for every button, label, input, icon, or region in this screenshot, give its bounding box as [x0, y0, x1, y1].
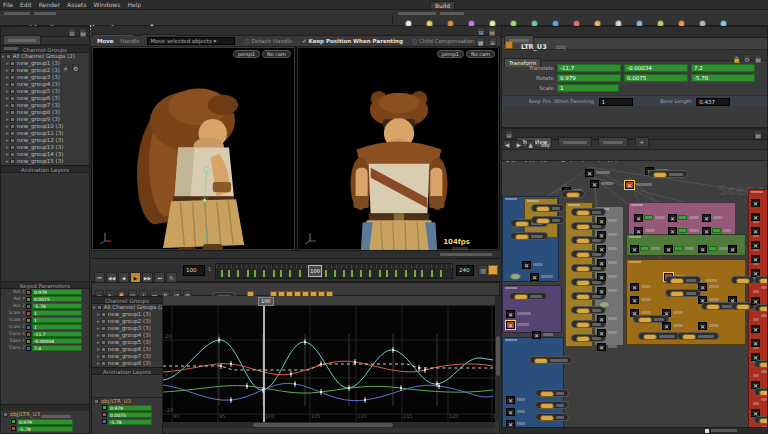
channel-row[interactable]: 0.0075: [92, 411, 162, 418]
keyframe-tick[interactable]: [237, 270, 239, 277]
network-node[interactable]: [531, 216, 565, 224]
tree-item[interactable]: ▸new_group7 (3): [92, 353, 162, 360]
param-field[interactable]: -5.78: [691, 74, 755, 82]
channel-row[interactable]: Scale Y1: [1, 317, 89, 324]
param-field[interactable]: 0.0075: [624, 74, 688, 82]
channel-row[interactable]: Rot X0.979: [1, 289, 89, 296]
tree-item[interactable]: ▸new_group3 (3): [92, 325, 162, 332]
param-field[interactable]: 7.2: [691, 64, 755, 72]
keyframe-tick[interactable]: [440, 270, 442, 277]
up-icon[interactable]: ▲: [527, 140, 535, 147]
keyframe-tick[interactable]: [379, 270, 381, 277]
tree-item[interactable]: ▸new_group15 (3): [1, 158, 89, 165]
toolbar-more-icon[interactable]: ≡: [488, 37, 497, 46]
tree-item[interactable]: ▸new_group7 (3): [1, 102, 89, 109]
pane-grid-icon[interactable]: ⊞: [505, 130, 513, 138]
network-node[interactable]: [754, 276, 767, 284]
network-path[interactable]: obj: [541, 142, 549, 148]
desktop-selector[interactable]: Build: [430, 1, 455, 10]
channel-value-field[interactable]: 1: [32, 310, 82, 316]
pane-menu-icon[interactable]: ▤: [488, 27, 496, 35]
timeline[interactable]: 100: [215, 263, 453, 279]
tree-item[interactable]: ▸new_group11 (3): [1, 130, 89, 137]
channel-value-field[interactable]: -11.7: [32, 331, 82, 337]
network-node[interactable]: [510, 232, 548, 240]
current-frame-field[interactable]: 100: [183, 265, 205, 276]
tree-item[interactable]: ▸All Channel Groups (2): [92, 304, 162, 311]
keyframe-tick[interactable]: [325, 270, 327, 277]
keyframe-tick[interactable]: [280, 270, 282, 277]
extra-field[interactable]: 1: [599, 98, 633, 106]
channel-row[interactable]: Trans Y-0.00034: [1, 338, 89, 345]
keyframe-tick[interactable]: [405, 270, 407, 277]
network-node[interactable]: [535, 413, 569, 421]
tree-item[interactable]: ▸new_group8 (3): [1, 109, 89, 116]
camera-pill[interactable]: persp1: [437, 50, 464, 58]
keyframe-tick[interactable]: [228, 270, 230, 277]
menu-edit[interactable]: Edit: [20, 1, 32, 8]
tree-item[interactable]: ▸new_group5 (3): [1, 88, 89, 95]
no-cam-pill[interactable]: No cam: [262, 50, 291, 58]
playbar-options-icon[interactable]: ▥: [478, 265, 488, 275]
network-node[interactable]: ✕: [664, 238, 694, 257]
network-node[interactable]: ✕: [597, 336, 617, 355]
menu-render[interactable]: Render: [39, 1, 60, 8]
channel-row[interactable]: Trans Z7.4: [1, 345, 89, 352]
lock-icon[interactable]: 🔒: [732, 54, 740, 62]
channel-value-field[interactable]: 0.979: [32, 289, 82, 295]
channel-value-field[interactable]: 1: [32, 317, 82, 323]
network-node[interactable]: [754, 388, 767, 396]
channel-row[interactable]: Scale X1: [1, 310, 89, 317]
channel-value-field[interactable]: -0.00034: [32, 338, 82, 344]
tree-item[interactable]: ▸new_group3 (3): [1, 74, 89, 81]
toolbar-options-icon[interactable]: ▦: [476, 37, 485, 46]
channel-row[interactable]: -5.78: [1, 425, 89, 432]
keyframe-tick[interactable]: [351, 270, 353, 277]
channel-row[interactable]: Scale Z1: [1, 324, 89, 331]
pin-icon[interactable]: ⊙: [743, 54, 751, 62]
network-node[interactable]: ✕: [630, 238, 660, 257]
keyframe-tick[interactable]: [369, 270, 371, 277]
network-node[interactable]: ✕: [698, 238, 728, 257]
tree-item[interactable]: ▸new_group8 (3): [92, 360, 162, 367]
channel-row[interactable]: Trans X-11.7: [1, 331, 89, 338]
range-end-field[interactable]: 240: [456, 265, 474, 276]
network-node[interactable]: [535, 401, 569, 409]
no-cam-pill[interactable]: No cam: [466, 50, 495, 58]
param-field[interactable]: -11.7: [557, 64, 621, 72]
tab-parameters[interactable]: [598, 137, 628, 146]
keyframe-tick[interactable]: [221, 270, 223, 277]
network-node[interactable]: [531, 204, 565, 212]
tree-item[interactable]: ▸new_group12 (3): [1, 137, 89, 144]
pane-split-icon[interactable]: ⊞: [68, 28, 76, 36]
tree-item[interactable]: ▸new_group6 (3): [92, 346, 162, 353]
filter-icon[interactable]: ⫛: [62, 64, 69, 71]
forward-icon[interactable]: ▶: [515, 140, 523, 147]
keyframe-tick[interactable]: [289, 270, 291, 277]
channel-value-field[interactable]: 7.4: [32, 345, 82, 351]
tree-item[interactable]: ▸new_group14 (3): [1, 151, 89, 158]
tree-item[interactable]: ▸new_group10 (3): [1, 123, 89, 130]
network-node[interactable]: [677, 332, 719, 340]
keyframe-tick[interactable]: [431, 270, 433, 277]
keyframe-tick[interactable]: [334, 270, 336, 277]
network-node[interactable]: ✕: [530, 266, 553, 285]
channel-row[interactable]: 0.979: [92, 404, 162, 411]
channel-value-field[interactable]: 1: [32, 324, 82, 330]
channel-row[interactable]: 0.979: [1, 418, 89, 425]
network-node[interactable]: ✕: [506, 314, 529, 333]
network-node[interactable]: [509, 292, 547, 300]
pane-menu-icon[interactable]: ▤: [754, 130, 762, 138]
tab-add[interactable]: +: [635, 137, 650, 146]
gear-icon[interactable]: ⚙: [72, 64, 79, 71]
keyframe-tick[interactable]: [247, 270, 249, 277]
channel-row[interactable]: Rot Z-5.78: [1, 303, 89, 310]
menu-help[interactable]: Help: [127, 1, 141, 8]
pane-split-icon[interactable]: ⊞: [477, 27, 485, 35]
timeline-playhead[interactable]: 100: [308, 265, 322, 277]
keyframe-tick[interactable]: [421, 270, 423, 277]
viewport-front[interactable]: persp1 No cam: [297, 47, 499, 250]
back-icon[interactable]: ◀: [503, 140, 511, 147]
tree-item[interactable]: ▸new_group9 (3): [1, 116, 89, 123]
channel-row[interactable]: -5.78: [92, 418, 162, 425]
